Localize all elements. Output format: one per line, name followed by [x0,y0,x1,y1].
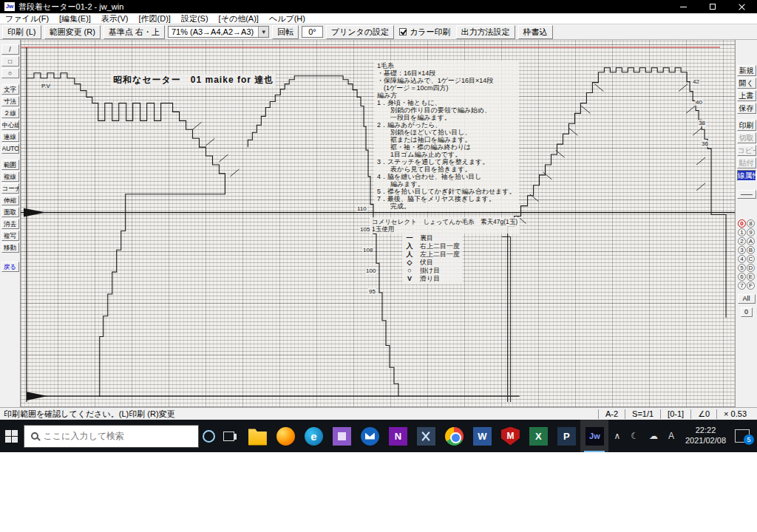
tool-move[interactable]: 移動 [1,242,19,253]
new-file-button[interactable]: 新規 [737,65,756,76]
minimize-button[interactable] [668,0,698,13]
windows-taskbar: e N W M X P Jw ∧ ☾ ☁ A 22:22 2021/02/08 … [0,420,757,452]
taskbar-app-photos[interactable] [327,420,356,452]
tool-stretch[interactable]: 伸縮 [1,195,19,205]
taskbar-app-snip[interactable] [412,420,440,452]
taskbar-app-powerpoint[interactable]: P [552,420,580,452]
taskbar-app-firefox[interactable] [271,420,299,452]
layer-c-button[interactable]: C [747,255,755,263]
color-print-option[interactable]: カラー印刷 [397,27,453,38]
layer-b-button[interactable]: B [747,246,755,254]
layer-all-button[interactable]: All [738,294,756,304]
taskbar-app-jw-active[interactable]: Jw [580,420,608,452]
menu-file[interactable]: ファイル(F) [0,13,54,24]
layer-group-button[interactable]: 0 [741,307,753,317]
layer-5-button[interactable]: 5 [738,264,746,272]
close-button[interactable] [727,0,757,13]
line-attribute-button[interactable]: 線属性 [737,170,756,181]
tool-corner[interactable]: コーナー [1,183,19,194]
save-button[interactable]: 保存 [737,103,756,114]
tool-dimension[interactable]: 寸法 [1,96,19,106]
task-view-button[interactable] [219,420,239,452]
layer-9-button[interactable]: 9 [747,228,755,236]
legend-label: 左上二目一度 [420,250,460,259]
layer-0-button[interactable]: 0 [738,219,746,228]
layer-2-button[interactable]: 2 [738,237,746,245]
layer-4-button[interactable]: 4 [738,255,746,263]
taskbar-search[interactable] [24,425,199,448]
open-file-button[interactable]: 開く [737,78,756,89]
layer-1-button[interactable]: 1 [738,228,746,236]
tool-range[interactable]: 範囲 [1,160,19,170]
tool-centerline[interactable]: 中心線 [1,120,19,130]
excel-icon: X [529,427,548,446]
line-type-button[interactable] [737,190,756,199]
cortana-button[interactable] [199,420,219,452]
tool-chamfer[interactable]: 面取 [1,207,19,217]
print-button[interactable]: 印刷 (L) [2,25,41,39]
circle-tool-button[interactable]: ○ [1,68,19,78]
taskbar-app-onenote[interactable]: N [384,420,412,452]
tool-copy[interactable]: 複写 [1,231,19,241]
taskbar-app-explorer[interactable] [243,420,271,452]
back-button[interactable]: 戻る [1,262,19,272]
copy-button[interactable]: コピー [737,145,756,156]
taskbar-app-mcafee[interactable]: M [496,420,524,452]
onenote-icon: N [389,427,407,446]
rotate-button[interactable]: 回転 [272,25,299,39]
taskbar-app-chrome[interactable] [440,420,468,452]
legend-label: 右上二目一度 [420,242,460,250]
taskbar-app-word[interactable]: W [468,420,496,452]
tool-erase[interactable]: 消去 [1,219,19,229]
base-point-button[interactable]: 基準点 右・上 [103,25,165,39]
paste-button[interactable]: 貼付 [737,157,756,168]
onedrive-cloud-icon[interactable]: ☁ [644,420,663,452]
tool-offset[interactable]: 複線 [1,171,19,182]
taskbar-app-mail[interactable] [356,420,384,452]
layer-a-button[interactable]: A [747,237,755,245]
line-tool-button[interactable]: / [1,44,19,55]
print-side-button[interactable]: 印刷 [737,120,756,131]
layer-d-button[interactable]: D [747,264,755,272]
taskbar-app-excel[interactable]: X [524,420,552,452]
menu-other[interactable]: [その他(A)] [214,13,264,24]
layer-3-button[interactable]: 3 [738,246,746,254]
menu-view[interactable]: 表示(V) [96,13,134,24]
tool-auto[interactable]: AUTO [1,143,19,154]
tray-chevron-icon[interactable]: ∧ [608,420,625,452]
menu-help[interactable]: ヘルプ(H) [264,13,310,24]
menu-draw[interactable]: [作図(D)] [134,13,176,24]
frame-write-button[interactable]: 枠書込 [518,25,553,39]
status-scale[interactable]: S=1/1 [625,409,660,419]
taskbar-clock[interactable]: 22:22 2021/02/08 [679,426,732,446]
overwrite-button[interactable]: 上書 [737,90,756,101]
start-button[interactable] [0,420,24,452]
ime-indicator[interactable]: A [663,420,679,452]
notification-center-button[interactable]: 5 [735,429,750,443]
maximize-button[interactable] [698,0,727,13]
layer-f-button[interactable]: F [747,282,755,290]
tool-2line[interactable]: ２線 [1,108,19,118]
rect-tool-button[interactable]: □ [1,56,19,66]
cut-button[interactable]: 切取 [737,132,756,143]
layer-8-button[interactable]: 8 [747,219,755,228]
layer-e-button[interactable]: E [747,273,755,281]
layer-6-button[interactable]: 6 [738,273,746,281]
tool-polyline[interactable]: 連線 [1,132,19,142]
tray-moon-icon[interactable]: ☾ [625,420,644,452]
menu-edit[interactable]: [編集(E)] [54,13,96,24]
drawing-canvas[interactable]: 昭和なセーター 01 maike for 達也 P.V 1毛糸 ・基礎：16目×… [20,40,736,407]
output-method-button[interactable]: 出力方法設定 [456,25,515,39]
tool-text[interactable]: 文字 [1,84,19,95]
search-input[interactable] [44,431,191,441]
range-change-button[interactable]: 範囲変更 (R) [44,25,101,39]
color-print-checkbox[interactable] [399,28,407,35]
taskbar-app-edge[interactable]: e [299,420,327,452]
status-angle[interactable]: ∠0 [690,409,716,419]
scale-select[interactable]: 71% (A3→A4,A2→A3) ▼ [168,26,269,38]
layer-7-button[interactable]: 7 [738,282,746,290]
status-range[interactable]: [0-1] [660,409,690,419]
printer-setup-button[interactable]: プリンタの設定 [326,25,394,39]
legend-label: 掛け目 [420,267,440,275]
menu-settings[interactable]: 設定(S) [176,13,214,24]
